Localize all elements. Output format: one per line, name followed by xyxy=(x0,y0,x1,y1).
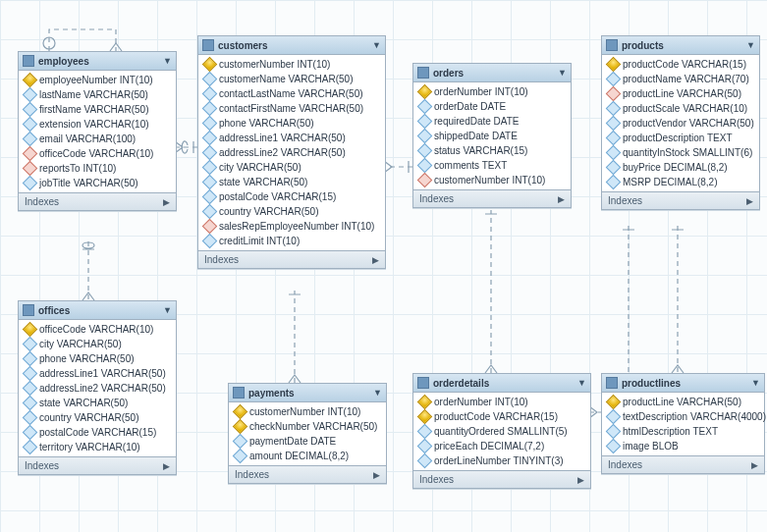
column[interactable]: productScale VARCHAR(10) xyxy=(602,101,759,116)
column[interactable]: state VARCHAR(50) xyxy=(19,396,176,410)
table-customers[interactable]: customers ▼ customerNumber INT(10)custom… xyxy=(197,35,386,269)
column[interactable]: customerName VARCHAR(50) xyxy=(198,72,385,86)
column[interactable]: jobTitle VARCHAR(50) xyxy=(19,176,176,190)
column[interactable]: addressLine2 VARCHAR(50) xyxy=(19,381,176,396)
column[interactable]: creditLimit INT(10) xyxy=(198,234,385,248)
expand-icon[interactable]: ▶ xyxy=(746,196,753,206)
column[interactable]: city VARCHAR(50) xyxy=(19,337,176,351)
table-payments[interactable]: payments ▼ customerNumber INT(10)checkNu… xyxy=(228,383,387,484)
table-title[interactable]: customers ▼ xyxy=(198,36,385,55)
column[interactable]: status VARCHAR(15) xyxy=(413,143,571,158)
table-orders[interactable]: orders ▼ orderNumber INT(10)orderDate DA… xyxy=(412,63,572,208)
column[interactable]: orderNumber INT(10) xyxy=(413,84,571,99)
column[interactable]: addressLine1 VARCHAR(50) xyxy=(198,131,385,145)
column[interactable]: quantityInStock SMALLINT(6) xyxy=(602,145,759,160)
table-employees[interactable]: employees ▼ employeeNumber INT(10)lastNa… xyxy=(18,51,177,211)
column[interactable]: postalCode VARCHAR(15) xyxy=(19,425,176,440)
column[interactable]: state VARCHAR(50) xyxy=(198,175,385,189)
column[interactable]: phone VARCHAR(50) xyxy=(19,351,176,366)
expand-icon[interactable]: ▶ xyxy=(577,475,584,485)
indexes-row[interactable]: Indexes ▶ xyxy=(602,455,764,473)
column[interactable]: territory VARCHAR(10) xyxy=(19,440,176,454)
column[interactable]: firstName VARCHAR(50) xyxy=(19,102,176,117)
expand-icon[interactable]: ▶ xyxy=(751,460,758,470)
table-offices[interactable]: offices ▼ officeCode VARCHAR(10)city VAR… xyxy=(18,300,177,475)
column[interactable]: productVendor VARCHAR(50) xyxy=(602,116,759,131)
column[interactable]: customerNumber INT(10) xyxy=(413,173,571,187)
expand-icon[interactable]: ▶ xyxy=(558,194,565,204)
column[interactable]: city VARCHAR(50) xyxy=(198,160,385,175)
indexes-row[interactable]: Indexes ▶ xyxy=(229,465,386,483)
column[interactable]: officeCode VARCHAR(10) xyxy=(19,146,176,161)
column[interactable]: textDescription VARCHAR(4000) xyxy=(602,409,764,424)
collapse-icon[interactable]: ▼ xyxy=(372,40,381,50)
column[interactable]: addressLine2 VARCHAR(50) xyxy=(198,145,385,160)
column[interactable]: productCode VARCHAR(15) xyxy=(413,409,590,424)
column[interactable]: quantityOrdered SMALLINT(5) xyxy=(413,424,590,439)
table-title[interactable]: payments ▼ xyxy=(229,384,386,402)
table-orderdetails[interactable]: orderdetails ▼ orderNumber INT(10)produc… xyxy=(412,373,591,489)
indexes-row[interactable]: Indexes ▶ xyxy=(413,189,571,207)
indexes-row[interactable]: Indexes ▶ xyxy=(19,192,176,210)
table-products[interactable]: products ▼ productCode VARCHAR(15)produc… xyxy=(601,35,760,210)
column[interactable]: orderNumber INT(10) xyxy=(413,395,590,409)
table-title[interactable]: productlines ▼ xyxy=(602,374,764,393)
column[interactable]: lastName VARCHAR(50) xyxy=(19,87,176,102)
column[interactable]: country VARCHAR(50) xyxy=(19,410,176,425)
column[interactable]: productName VARCHAR(70) xyxy=(602,72,759,86)
column[interactable]: image BLOB xyxy=(602,439,764,453)
column[interactable]: country VARCHAR(50) xyxy=(198,204,385,219)
column[interactable]: priceEach DECIMAL(7,2) xyxy=(413,439,590,453)
attribute-icon xyxy=(202,101,218,117)
column[interactable]: contactFirstName VARCHAR(50) xyxy=(198,101,385,116)
column[interactable]: employeeNumber INT(10) xyxy=(19,73,176,87)
column[interactable]: email VARCHAR(100) xyxy=(19,132,176,146)
collapse-icon[interactable]: ▼ xyxy=(751,378,760,388)
collapse-icon[interactable]: ▼ xyxy=(163,56,172,66)
column[interactable]: amount DECIMAL(8,2) xyxy=(229,449,386,463)
column[interactable]: customerNumber INT(10) xyxy=(229,404,386,419)
table-title[interactable]: offices ▼ xyxy=(19,301,176,320)
expand-icon[interactable]: ▶ xyxy=(163,461,170,471)
collapse-icon[interactable]: ▼ xyxy=(746,40,755,50)
collapse-icon[interactable]: ▼ xyxy=(373,388,382,398)
table-title[interactable]: employees ▼ xyxy=(19,52,176,71)
column[interactable]: productLine VARCHAR(50) xyxy=(602,395,764,409)
collapse-icon[interactable]: ▼ xyxy=(577,378,586,388)
indexes-row[interactable]: Indexes ▶ xyxy=(198,250,385,268)
indexes-row[interactable]: Indexes ▶ xyxy=(602,191,759,209)
column[interactable]: productCode VARCHAR(15) xyxy=(602,57,759,72)
column[interactable]: salesRepEmployeeNumber INT(10) xyxy=(198,219,385,234)
column[interactable]: comments TEXT xyxy=(413,158,571,173)
column[interactable]: productLine VARCHAR(50) xyxy=(602,86,759,101)
expand-icon[interactable]: ▶ xyxy=(372,255,379,265)
column[interactable]: orderLineNumber TINYINT(3) xyxy=(413,453,590,468)
column[interactable]: buyPrice DECIMAL(8,2) xyxy=(602,160,759,175)
column[interactable]: addressLine1 VARCHAR(50) xyxy=(19,366,176,381)
table-title[interactable]: products ▼ xyxy=(602,36,759,55)
column[interactable]: reportsTo INT(10) xyxy=(19,161,176,176)
column[interactable]: paymentDate DATE xyxy=(229,434,386,449)
column[interactable]: MSRP DECIMAL(8,2) xyxy=(602,175,759,189)
column[interactable]: requiredDate DATE xyxy=(413,114,571,129)
column[interactable]: contactLastName VARCHAR(50) xyxy=(198,86,385,101)
column[interactable]: postalCode VARCHAR(15) xyxy=(198,189,385,204)
indexes-row[interactable]: Indexes ▶ xyxy=(19,456,176,474)
column[interactable]: officeCode VARCHAR(10) xyxy=(19,322,176,337)
column[interactable]: customerNumber INT(10) xyxy=(198,57,385,72)
column[interactable]: productDescription TEXT xyxy=(602,131,759,145)
column[interactable]: orderDate DATE xyxy=(413,99,571,114)
table-title[interactable]: orders ▼ xyxy=(413,64,571,82)
column[interactable]: checkNumber VARCHAR(50) xyxy=(229,419,386,434)
column[interactable]: htmlDescription TEXT xyxy=(602,424,764,439)
table-title[interactable]: orderdetails ▼ xyxy=(413,374,590,393)
table-productlines[interactable]: productlines ▼ productLine VARCHAR(50)te… xyxy=(601,373,765,474)
column[interactable]: shippedDate DATE xyxy=(413,129,571,143)
expand-icon[interactable]: ▶ xyxy=(373,470,380,480)
collapse-icon[interactable]: ▼ xyxy=(558,68,567,78)
column[interactable]: phone VARCHAR(50) xyxy=(198,116,385,131)
column[interactable]: extension VARCHAR(10) xyxy=(19,117,176,132)
indexes-row[interactable]: Indexes ▶ xyxy=(413,470,590,488)
expand-icon[interactable]: ▶ xyxy=(163,197,170,207)
collapse-icon[interactable]: ▼ xyxy=(163,305,172,315)
